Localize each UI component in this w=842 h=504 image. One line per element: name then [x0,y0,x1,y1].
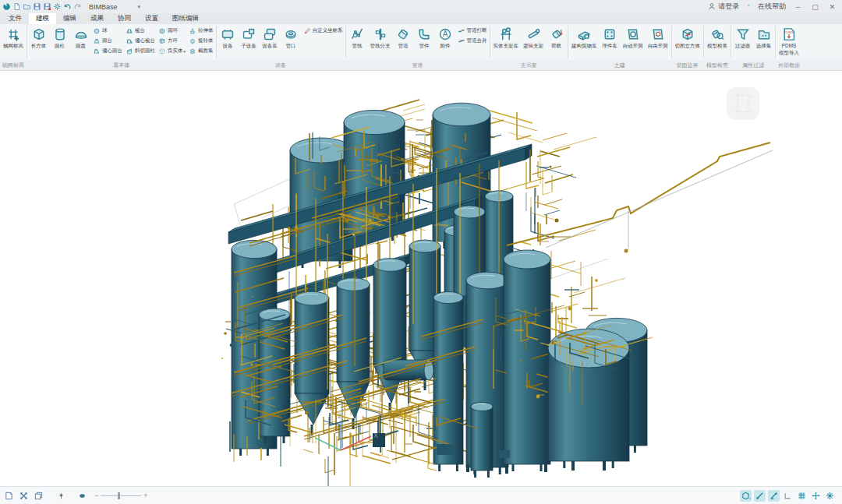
zoom-out-icon[interactable]: − [94,492,98,499]
title-caret-icon[interactable]: ▾ [138,4,141,10]
tab-settings[interactable]: 设置 [138,13,165,24]
ribbon-button-attachment[interactable]: A附件 [435,25,456,50]
ribbon-button-oblique-cylinder[interactable]: 斜切圆柱 [126,46,155,56]
viewport-layout-button[interactable] [33,490,44,502]
ribbon-button-extrude-solid[interactable]: 拉伸体 [189,26,214,36]
tab-results[interactable]: 成果 [83,13,111,24]
undo-button[interactable] [63,2,72,11]
ribbon-group-equipment: 设备子设备设备库管口自定义坐标系 [217,24,345,60]
ribbon-button-cylinder[interactable]: 圆柱 [49,25,70,50]
ribbon-button-pipeline-branch[interactable]: 管线分支 [368,25,393,50]
help-link[interactable]: 在线帮助 [758,2,786,12]
ucs-icon-button[interactable] [782,490,794,502]
axis-view-button[interactable] [18,490,30,502]
ribbon-button-load[interactable]: 荷载 [546,25,567,50]
ribbon-button-sub-equipment[interactable]: 子设备 [239,25,260,50]
new-view-button[interactable] [3,490,15,502]
minimize-button[interactable]: – [793,3,803,11]
edge-shade-button[interactable] [754,490,766,502]
support-icon [497,26,514,42]
ribbon-button-pipe-merge[interactable]: 管道合并 [458,36,487,46]
ribbon-button-clip-cube[interactable]: 切图立方体 [673,25,703,50]
pan-button[interactable] [810,490,822,502]
sqring-icon [158,37,166,45]
ribbon-button-nozzle[interactable]: 管口 [281,25,302,50]
ribbon-button-pipe-break[interactable]: 管道打断 [458,26,487,36]
save-button[interactable] [33,2,41,11]
zoom-slider[interactable]: − + [94,492,148,499]
ribbon-group-caption: 基本体 [27,60,216,71]
pin-button[interactable] [55,490,67,502]
collapse-ribbon-icon[interactable]: ⌃ [746,4,751,10]
settings-gear-button[interactable] [53,2,62,11]
login-link[interactable]: 请登录 [718,2,739,12]
ribbon-button-eccentric-cone[interactable]: 偏心圆台 [93,46,122,56]
torus-icon [158,27,166,35]
redo-button[interactable] [73,2,82,11]
ribbon-tabs: 文件建模编辑成果协同设置图纸编辑 [0,13,842,24]
ribbon-button-auto-opening[interactable]: 自动开洞 [621,25,646,50]
ribbon-button-negative-solid[interactable]: 负实体▾ [158,46,186,56]
ribbon-button-torus[interactable]: 圆环 [158,26,186,36]
ribbon-button-pyramid-frustum[interactable]: 棱台 [126,26,155,36]
ribbon-group-basic-solids: 长方体圆柱圆盘球圆台偏心圆台棱台偏心棱台斜切圆柱圆环方环负实体▾拉伸体旋转体截面… [27,24,216,60]
pbreak-icon [458,27,465,35]
embed-icon [602,26,618,42]
ribbon-button-structure-library[interactable]: 建构筑物库 [569,25,600,50]
maximize-button[interactable]: ▢ [810,3,820,11]
close-button[interactable]: ✕ [827,3,837,11]
zoom-in-icon[interactable]: + [143,492,147,499]
tab-edit[interactable]: 编辑 [56,13,83,24]
zoom-slider-handle[interactable] [118,492,120,499]
view-style-button[interactable] [740,490,752,502]
ribbon-button-section-set[interactable]: 截面集 [189,46,214,56]
ribbon-button-box[interactable]: 长方体 [28,25,49,50]
filter-icon [734,26,751,42]
selection-mode-button[interactable] [76,490,88,502]
pyramid-icon [126,27,133,35]
save-as-button[interactable] [43,2,51,11]
grid-toggle-button[interactable] [796,490,808,502]
attach-icon: A [437,26,454,42]
pline-icon [349,26,366,42]
cone2-icon [93,48,101,55]
tab-file[interactable]: 文件 [2,13,29,24]
ribbon-button-custom-coordinate-system[interactable]: 自定义坐标系 [303,26,343,36]
ribbon-group-caption: 模型检查 [704,60,731,71]
ribbon-group-property-filter: 过滤器选择集 [731,24,775,60]
ribbon-button-pipeline[interactable]: 管线 [347,25,368,50]
ribbon-button-cone-frustum[interactable]: 圆台 [93,36,122,46]
ribbon-button-grid-elevation[interactable]: 轴网标高 [1,25,26,50]
ribbon-button-free-opening[interactable]: 自由开洞 [646,25,670,50]
ribbon-button-revolve-solid[interactable]: 旋转体 [189,36,214,46]
ribbon-button-pdms-import[interactable]: PDMSPDMS模型导入 [777,25,801,57]
ribbon-button-disc[interactable]: 圆盘 [70,25,91,50]
civil-icon [576,26,593,42]
tab-modeling[interactable]: 建模 [29,13,56,24]
tab-collaborate[interactable]: 协同 [111,13,138,24]
ribbon-button-pipe-fitting[interactable]: 管件 [414,25,435,50]
view-cube[interactable] [727,87,759,120]
hidden-line-button[interactable] [768,490,780,502]
ribbon-button-model-check[interactable]: 模型检查 [705,25,730,50]
ribbon-button-eccentric-pyramid[interactable]: 偏心棱台 [126,36,155,46]
ribbon-button-sphere[interactable]: 球 [93,26,122,36]
3d-model-canvas[interactable]: ZXY [0,71,842,486]
ribbon-button-solid-support-library[interactable]: 实体支架库 [491,25,522,50]
ribbon-button-filter[interactable]: 过滤器 [732,25,753,50]
ribbon-button-logic-support[interactable]: 逻辑支架 [521,25,546,50]
ribbon-button-square-ring[interactable]: 方环 [158,36,186,46]
open-file-button[interactable] [23,2,31,11]
new-file-button[interactable] [12,2,21,11]
ribbon-button-embedment-library[interactable]: 埋件库 [600,25,621,50]
render-settings-button[interactable] [824,490,836,502]
obliquecyl-icon [126,48,133,55]
load-icon [548,26,564,42]
ribbon-button-equipment[interactable]: 设备 [218,25,239,50]
3d-viewport[interactable]: ZXY [0,71,842,486]
ribbon-button-selection-set[interactable]: 选择集 [753,25,774,50]
ribbon-button-pipe[interactable]: 管道 [393,25,414,50]
ribbon-group-caption: 支吊架 [490,60,568,71]
tab-drawing-edit[interactable]: 图纸编辑 [165,13,206,24]
ribbon-button-equipment-library[interactable]: 设备库 [260,25,281,50]
